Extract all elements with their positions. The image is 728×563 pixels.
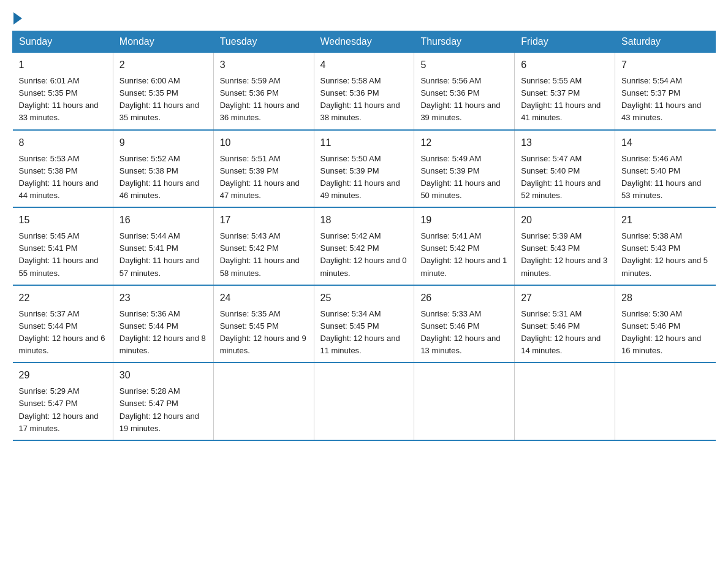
calendar-week-4: 22Sunrise: 5:37 AMSunset: 5:44 PMDayligh…: [13, 285, 716, 363]
header-saturday: Saturday: [615, 31, 716, 53]
header-sunday: Sunday: [13, 31, 113, 53]
day-info: Sunrise: 5:53 AMSunset: 5:38 PMDaylight:…: [19, 153, 107, 202]
calendar-cell: 26Sunrise: 5:33 AMSunset: 5:46 PMDayligh…: [414, 285, 515, 363]
day-info: Sunrise: 5:56 AMSunset: 5:36 PMDaylight:…: [420, 75, 508, 124]
calendar-cell: 4Sunrise: 5:58 AMSunset: 5:36 PMDaylight…: [314, 53, 414, 130]
day-info: Sunrise: 5:46 AMSunset: 5:40 PMDaylight:…: [621, 153, 709, 202]
calendar-cell: 16Sunrise: 5:44 AMSunset: 5:41 PMDayligh…: [113, 207, 213, 285]
day-number: 28: [621, 291, 709, 305]
day-number: 27: [521, 291, 609, 305]
day-info: Sunrise: 6:00 AMSunset: 5:35 PMDaylight:…: [119, 75, 207, 124]
day-info: Sunrise: 5:29 AMSunset: 5:47 PMDaylight:…: [19, 385, 107, 435]
day-number: 12: [420, 136, 508, 150]
calendar-cell: 2Sunrise: 6:00 AMSunset: 5:35 PMDaylight…: [113, 53, 213, 130]
calendar-cell: 30Sunrise: 5:28 AMSunset: 5:47 PMDayligh…: [113, 362, 213, 440]
calendar-cell: 7Sunrise: 5:54 AMSunset: 5:37 PMDaylight…: [615, 53, 716, 130]
calendar-week-5: 29Sunrise: 5:29 AMSunset: 5:47 PMDayligh…: [13, 362, 716, 440]
day-info: Sunrise: 5:36 AMSunset: 5:44 PMDaylight:…: [119, 308, 207, 358]
day-info: Sunrise: 5:37 AMSunset: 5:44 PMDaylight:…: [19, 308, 107, 358]
calendar-cell: 23Sunrise: 5:36 AMSunset: 5:44 PMDayligh…: [113, 285, 213, 363]
calendar-cell: 19Sunrise: 5:41 AMSunset: 5:42 PMDayligh…: [414, 207, 515, 285]
day-number: 11: [320, 136, 408, 150]
day-number: 16: [119, 213, 207, 228]
calendar-header-row: SundayMondayTuesdayWednesdayThursdayFrid…: [13, 31, 716, 53]
day-number: 29: [19, 368, 107, 383]
calendar-cell: 24Sunrise: 5:35 AMSunset: 5:45 PMDayligh…: [213, 285, 314, 363]
calendar-cell: 17Sunrise: 5:43 AMSunset: 5:42 PMDayligh…: [213, 207, 314, 285]
day-info: Sunrise: 6:01 AMSunset: 5:35 PMDaylight:…: [19, 75, 107, 124]
calendar-cell: 11Sunrise: 5:50 AMSunset: 5:39 PMDayligh…: [314, 130, 414, 208]
calendar-week-2: 8Sunrise: 5:53 AMSunset: 5:38 PMDaylight…: [13, 130, 716, 208]
day-number: 9: [119, 136, 207, 150]
day-info: Sunrise: 5:43 AMSunset: 5:42 PMDaylight:…: [220, 230, 308, 280]
day-info: Sunrise: 5:34 AMSunset: 5:45 PMDaylight:…: [320, 308, 408, 358]
day-number: 10: [220, 136, 308, 150]
day-info: Sunrise: 5:55 AMSunset: 5:37 PMDaylight:…: [521, 75, 609, 124]
calendar-cell: 13Sunrise: 5:47 AMSunset: 5:40 PMDayligh…: [515, 130, 615, 208]
day-info: Sunrise: 5:52 AMSunset: 5:38 PMDaylight:…: [119, 153, 207, 202]
calendar-cell: 3Sunrise: 5:59 AMSunset: 5:36 PMDaylight…: [213, 53, 314, 130]
header-wednesday: Wednesday: [314, 31, 414, 53]
day-info: Sunrise: 5:51 AMSunset: 5:39 PMDaylight:…: [220, 153, 308, 202]
day-number: 3: [220, 58, 308, 72]
calendar-cell: 29Sunrise: 5:29 AMSunset: 5:47 PMDayligh…: [13, 362, 113, 440]
calendar-cell: [414, 362, 515, 440]
calendar-cell: 9Sunrise: 5:52 AMSunset: 5:38 PMDaylight…: [113, 130, 213, 208]
day-info: Sunrise: 5:30 AMSunset: 5:46 PMDaylight:…: [621, 308, 709, 358]
header-thursday: Thursday: [414, 31, 515, 53]
day-number: 15: [19, 213, 107, 228]
calendar-cell: 14Sunrise: 5:46 AMSunset: 5:40 PMDayligh…: [615, 130, 716, 208]
calendar-week-1: 1Sunrise: 6:01 AMSunset: 5:35 PMDaylight…: [13, 53, 716, 130]
day-number: 5: [420, 58, 508, 72]
logo-arrow-icon: [13, 12, 22, 25]
day-number: 21: [621, 213, 709, 228]
day-info: Sunrise: 5:59 AMSunset: 5:36 PMDaylight:…: [220, 75, 308, 124]
day-info: Sunrise: 5:58 AMSunset: 5:36 PMDaylight:…: [320, 75, 408, 124]
header-tuesday: Tuesday: [213, 31, 314, 53]
calendar-cell: 5Sunrise: 5:56 AMSunset: 5:36 PMDaylight…: [414, 53, 515, 130]
day-info: Sunrise: 5:39 AMSunset: 5:43 PMDaylight:…: [521, 230, 609, 280]
day-number: 22: [19, 291, 107, 305]
day-number: 6: [521, 58, 609, 72]
calendar-cell: 8Sunrise: 5:53 AMSunset: 5:38 PMDaylight…: [13, 130, 113, 208]
calendar-cell: 15Sunrise: 5:45 AMSunset: 5:41 PMDayligh…: [13, 207, 113, 285]
day-number: 26: [420, 291, 508, 305]
calendar-cell: 22Sunrise: 5:37 AMSunset: 5:44 PMDayligh…: [13, 285, 113, 363]
day-info: Sunrise: 5:45 AMSunset: 5:41 PMDaylight:…: [19, 230, 107, 280]
day-info: Sunrise: 5:54 AMSunset: 5:37 PMDaylight:…: [621, 75, 709, 124]
day-number: 1: [19, 58, 107, 72]
day-number: 14: [621, 136, 709, 150]
calendar-cell: 1Sunrise: 6:01 AMSunset: 5:35 PMDaylight…: [13, 53, 113, 130]
day-info: Sunrise: 5:31 AMSunset: 5:46 PMDaylight:…: [521, 308, 609, 358]
day-number: 23: [119, 291, 207, 305]
calendar-cell: 6Sunrise: 5:55 AMSunset: 5:37 PMDaylight…: [515, 53, 615, 130]
calendar-cell: 18Sunrise: 5:42 AMSunset: 5:42 PMDayligh…: [314, 207, 414, 285]
day-info: Sunrise: 5:38 AMSunset: 5:43 PMDaylight:…: [621, 230, 709, 280]
day-info: Sunrise: 5:35 AMSunset: 5:45 PMDaylight:…: [220, 308, 308, 358]
calendar-cell: 25Sunrise: 5:34 AMSunset: 5:45 PMDayligh…: [314, 285, 414, 363]
logo: [12, 12, 23, 25]
calendar-cell: [615, 362, 716, 440]
day-info: Sunrise: 5:42 AMSunset: 5:42 PMDaylight:…: [320, 230, 408, 280]
day-number: 13: [521, 136, 609, 150]
day-info: Sunrise: 5:28 AMSunset: 5:47 PMDaylight:…: [119, 385, 207, 435]
header-monday: Monday: [113, 31, 213, 53]
day-number: 7: [621, 58, 709, 72]
calendar-cell: [314, 362, 414, 440]
day-number: 20: [521, 213, 609, 228]
calendar-cell: 27Sunrise: 5:31 AMSunset: 5:46 PMDayligh…: [515, 285, 615, 363]
day-number: 25: [320, 291, 408, 305]
calendar-cell: [515, 362, 615, 440]
day-info: Sunrise: 5:47 AMSunset: 5:40 PMDaylight:…: [521, 153, 609, 202]
day-number: 30: [119, 368, 207, 383]
day-info: Sunrise: 5:50 AMSunset: 5:39 PMDaylight:…: [320, 153, 408, 202]
day-info: Sunrise: 5:33 AMSunset: 5:46 PMDaylight:…: [420, 308, 508, 358]
day-info: Sunrise: 5:41 AMSunset: 5:42 PMDaylight:…: [420, 230, 508, 280]
day-number: 8: [19, 136, 107, 150]
day-info: Sunrise: 5:49 AMSunset: 5:39 PMDaylight:…: [420, 153, 508, 202]
day-number: 4: [320, 58, 408, 72]
day-number: 2: [119, 58, 207, 72]
calendar-cell: [213, 362, 314, 440]
day-number: 19: [420, 213, 508, 228]
calendar-week-3: 15Sunrise: 5:45 AMSunset: 5:41 PMDayligh…: [13, 207, 716, 285]
